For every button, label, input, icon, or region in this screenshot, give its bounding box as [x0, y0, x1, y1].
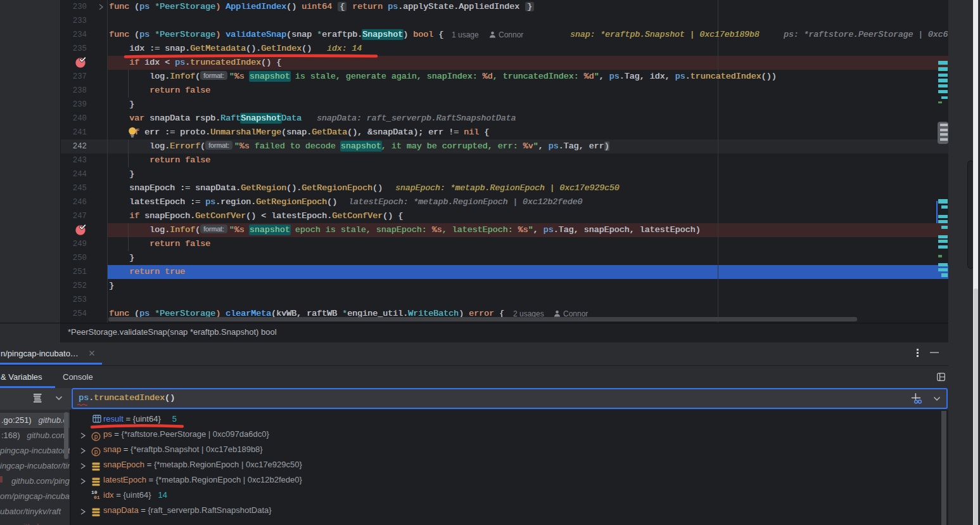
svg-text:p: p [94, 448, 98, 455]
svg-text:p: p [94, 433, 98, 440]
